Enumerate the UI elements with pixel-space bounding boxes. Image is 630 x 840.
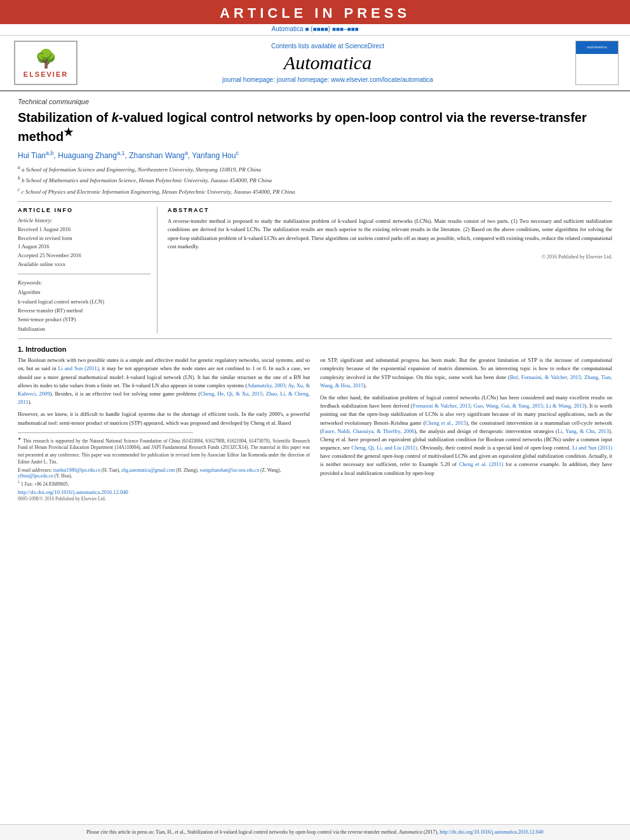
elsevier-brand: ELSEVIER [23,70,68,78]
email-zhang[interactable]: zhg.automatica@gmail.com [121,467,175,473]
aip-journal-ref: Automatica ■ (■■■■) ■■■–■■■ [0,24,630,36]
sciencedirect-link[interactable]: Contents lists available at ScienceDirec… [271,43,384,50]
citation-doi[interactable]: http://dx.doi.org/10.1016/j.automatica.2… [439,829,544,835]
aip-banner-text: ARTICLE IN PRESS [220,5,410,21]
body-content: The Boolean network with two possible st… [18,356,612,502]
email-hou[interactable]: yfhou@lpu.edu.cn [18,473,53,479]
keywords-items: Algorithm k-valued logical control netwo… [18,288,151,333]
ref-faure: Faure, Naldi, Chaouiya, & Thieffry, 2006 [322,428,415,434]
footnote-email: E-mail addresses: tianhui1980@lpu.edu.cn… [18,467,310,479]
intro-section-title: 1. Introduction [18,345,612,353]
article-title: Stabilization of k-valued logical contro… [18,109,612,145]
affiliation-c: c c School of Physics and Electronic Inf… [18,186,612,197]
article-info-col: ARTICLE INFO Article history: Received 1… [18,207,158,333]
email-wang[interactable]: wangzhanshan@ise.neu.edu.cn [199,467,259,473]
history-item-3: Accepted 25 November 2016 [18,251,151,260]
journal-header-right: automatica [572,41,622,85]
keyword-3: Semi-tensor product (STP) [18,315,151,324]
article-info-title: ARTICLE INFO [18,207,151,213]
article-info-abstract: ARTICLE INFO Article history: Received 1… [18,207,612,333]
abstract-text: A reverse-transfer method is proposed to… [168,217,612,251]
footnote-star: ★ This research is supported by the Natu… [18,436,310,466]
ref-fornasini: Fornasini & Valcher, 2013; Guo, Wang, Gu… [413,403,585,409]
journal-title: Automatica [284,52,372,74]
keyword-0: Algorithm [18,288,151,297]
aip-banner: ARTICLE IN PRESS [0,0,630,24]
intro-number: 1. [18,345,23,353]
journal-homepage: journal homepage: journal homepage: www.… [222,76,433,83]
ref-li-sun: Li and Sun (2011) [58,365,98,371]
technical-communique: Technical communique [18,98,612,105]
ref-cheng-game: Cheng, He, Qi, & Xu, 2015; Zhao, Li, & C… [18,390,310,405]
history-label: Article history: [18,217,151,223]
keyword-1: k-valued logical control network (LCN) [18,297,151,306]
page: ARTICLE IN PRESS Automatica ■ (■■■■) ■■■… [0,0,630,840]
sciencedirect-text: Contents lists available at ScienceDirec… [271,43,384,50]
journal-header-left: 🌳 ELSEVIER [8,41,84,85]
abstract-copyright: © 2016 Published by Elsevier Ltd. [168,254,612,260]
affiliations: a a School of Information Science and En… [18,164,612,197]
ref-cheng-2015: Cheng et al., 2015 [425,420,466,426]
history-item-1: Received in revised form [18,234,151,243]
ref-li-yang: Li, Yang, & Chu, 2013 [558,428,609,434]
history-items: Received 1 August 2016 Received in revis… [18,225,151,269]
keyword-2: Reverse-transfer (RT) method [18,306,151,315]
tree-icon: 🌳 [35,48,57,69]
automatica-thumbnail: automatica [575,41,619,85]
abstract-title: ABSTRACT [168,207,612,213]
footnote-divider [18,432,193,433]
history-item-4: Available online xxxx [18,260,151,269]
article-content: Technical communique Stabilization of k-… [0,91,630,824]
citation-text: Please cite this article in press as: Ti… [86,829,544,835]
footnote-fax: 1 1 Fax: +86 24 83689605. [18,479,310,488]
intro-title: Introduction [25,345,66,353]
journal-header-center: Contents lists available at ScienceDirec… [90,41,565,85]
citation-bar: Please cite this article in press as: Ti… [0,824,630,840]
body-para-1: The Boolean network with two possible st… [18,356,310,406]
body-para-4: On the other hand, the stabilization pro… [320,394,612,477]
issn-line: 0005-1098/© 2016 Published by Elsevier L… [18,496,310,502]
journal-ref-text: Automatica ■ (■■■■) ■■■–■■■ [271,25,358,32]
title-star: ★ [64,126,73,138]
abstract-col: ABSTRACT A reverse-transfer method is pr… [168,207,612,333]
authors: Hui Tiana,b, Huaguang Zhanga,1, Zhanshan… [18,150,612,160]
ref-cheng-qi: Cheng, Qi, Li, and Liu (2011) [351,444,417,451]
elsevier-logo: 🌳 ELSEVIER [14,41,77,85]
divider-keywords [18,274,151,274]
ref-li-sun-2: Li and Sun (2011) [572,444,612,451]
automatica-thumb-title: automatica [587,44,607,50]
keyword-4: Stabilization [18,324,151,333]
body-para-3: on STP, significant and substantial prog… [320,356,612,390]
body-para-2: However, as we know, it is difficult to … [18,410,310,427]
ref-bof: Bof, Fornasini, & Valcher, 2015; Zhang, … [320,374,612,389]
journal-header: 🌳 ELSEVIER Contents lists available at S… [0,36,630,91]
history-item-0: Received 1 August 2016 [18,225,151,234]
affiliation-b: b b School of Mathematics and Informatio… [18,175,612,185]
affiliation-a: a a School of Information Science and En… [18,164,612,175]
email-tian[interactable]: tianhui1980@lpu.edu.cn [53,467,100,473]
homepage-url[interactable]: journal homepage: www.elsevier.com/locat… [277,76,433,83]
homepage-static: journal homepage: [222,76,277,83]
keywords-title: Keywords: [18,279,151,286]
divider-1 [18,201,612,202]
ref-cheng-2011: Cheng et al. (2011) [459,461,504,467]
divider-2 [18,338,612,339]
body-col-right: on STP, significant and substantial prog… [320,356,612,502]
history-item-2: 1 August 2016 [18,243,151,251]
body-col-left: The Boolean network with two possible st… [18,356,310,502]
doi-link[interactable]: http://dx.doi.org/10.1016/j.automatica.2… [18,489,310,495]
